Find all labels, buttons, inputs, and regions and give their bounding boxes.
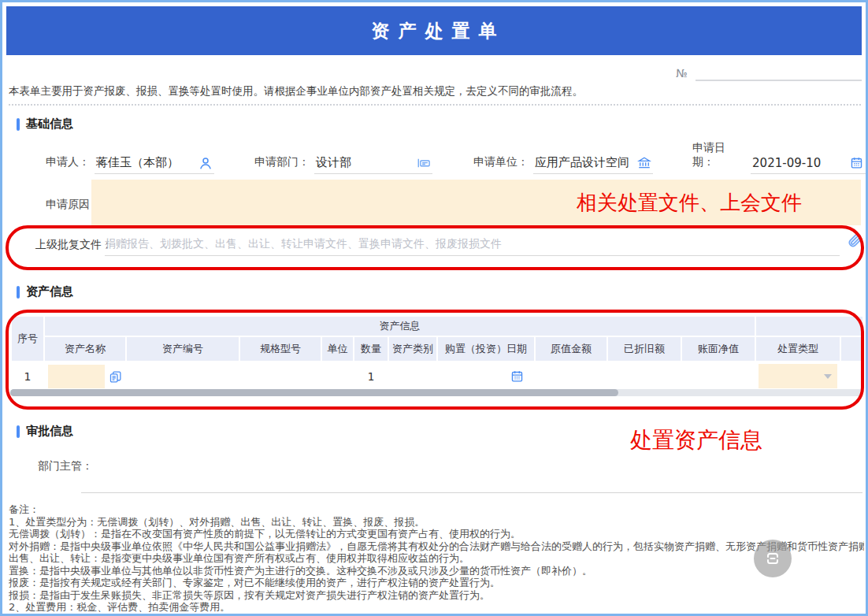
calendar-icon[interactable] [850, 156, 864, 170]
cell-asset-code [127, 362, 239, 388]
field-apply-date: 申请日期： 2021-09-10 [692, 150, 866, 174]
group-header-asset-info: 资产信息 [45, 317, 755, 336]
col-depreciated: 已折旧额 [608, 337, 681, 361]
note-line: 3、出售实物资产和无形资产的收入、置换差价收入、报废报损残值变价收入、保险理赔收… [9, 614, 864, 616]
form-number-row: № [676, 65, 862, 81]
asset-code-input[interactable] [134, 364, 232, 388]
organization-bank-icon[interactable] [637, 156, 651, 170]
calendar-icon[interactable] [510, 369, 524, 383]
note-line: 备注： [9, 503, 864, 516]
field-applicant: 申请人： 蒋佳玉（本部） [46, 150, 214, 174]
cell-purchase-date [438, 362, 534, 388]
cell-unit [322, 362, 353, 388]
cell-asset-category [389, 362, 436, 388]
form-number-label: № [676, 67, 688, 81]
field-department: 申请部门： 设计部 [254, 150, 432, 174]
table-row: 1 1 [12, 362, 862, 388]
cell-disposal-method [841, 362, 862, 388]
asset-category-input[interactable] [394, 364, 432, 388]
unit-label: 申请单位： [473, 155, 529, 174]
annotation-asset-note: 处置资产信息 [630, 425, 762, 455]
section-basic-info: 基础信息 [17, 117, 73, 132]
net-value-input[interactable] [689, 364, 747, 388]
apply-date-label: 申请日期： [692, 141, 746, 174]
section-basic-title: 基础信息 [26, 117, 73, 132]
note-line: 2、处置费用：税金、评估费、拍卖佣金等费用。 [9, 601, 864, 614]
department-picker-icon[interactable] [417, 156, 431, 170]
supervisor-label: 部门主管： [38, 459, 93, 473]
apply-date-input[interactable]: 2021-09-10 [751, 156, 866, 174]
note-line: 报损：是指由于发生呆账损失、非正常损失等原因，按有关规定对资产损失进行产权注销的… [9, 589, 864, 602]
section-bar-icon [17, 425, 20, 438]
cell-depreciated [608, 362, 681, 388]
form-number-input[interactable] [696, 65, 862, 81]
department-input[interactable]: 设计部 [314, 155, 432, 174]
copy-select-icon[interactable] [109, 370, 122, 384]
col-asset-name: 资产名称 [45, 337, 125, 361]
cell-disposal-type [756, 362, 840, 388]
cell-seq: 1 [12, 362, 43, 388]
unit-value: 应用产品设计空间 [535, 155, 629, 170]
applicant-input[interactable]: 蒋佳玉（本部） [95, 155, 214, 174]
col-seq: 序号 [12, 317, 43, 361]
asset-disposal-form: 资产处置单 № 本表单主要用于资产报废、报损、置换等处置时使用。请根据企事业单位… [0, 0, 868, 616]
col-net-value: 账面净值 [682, 337, 755, 361]
unit-input-cell[interactable] [326, 364, 349, 388]
scrollbar-thumb[interactable] [10, 389, 618, 396]
col-original-value: 原值金额 [536, 337, 606, 361]
disposal-method-input[interactable] [848, 364, 862, 388]
section-asset-title: 资产信息 [26, 284, 73, 299]
department-label: 申请部门： [254, 155, 310, 174]
scan-frame-icon [763, 549, 782, 568]
cell-quantity: 1 [354, 362, 388, 388]
applicant-value: 蒋佳玉（本部） [96, 155, 179, 170]
col-asset-code: 资产编号 [127, 337, 239, 361]
paperclip-attach-icon[interactable] [847, 232, 863, 248]
col-disposal-type: 处置类型 [756, 337, 840, 361]
depreciated-input[interactable] [615, 364, 673, 388]
scan-capture-button[interactable] [754, 540, 792, 577]
field-unit: 申请单位： 应用产品设计空间 [473, 150, 653, 174]
cell-spec-model [240, 362, 321, 388]
department-value: 设计部 [316, 155, 351, 170]
section-bar-icon [17, 286, 20, 299]
chevron-down-icon [824, 374, 832, 379]
col-quantity: 数量 [354, 337, 388, 361]
person-picker-icon[interactable] [198, 156, 213, 170]
disposal-type-select[interactable] [759, 364, 837, 388]
col-purchase-date: 购置（投资）日期 [438, 337, 534, 361]
col-asset-category: 资产类别 [389, 337, 436, 361]
col-disposal-method: 处置方式 [841, 337, 862, 361]
original-value-input[interactable] [543, 364, 599, 388]
group-header-disposal [756, 317, 862, 336]
apply-date-value: 2021-09-10 [752, 156, 821, 170]
cell-asset-name [45, 362, 125, 388]
section-asset-info: 资产信息 [17, 284, 73, 299]
supervisor-signature-line[interactable] [81, 492, 862, 493]
note-line: 1、处置类型分为：无偿调拨（划转）、对外捐赠、出售、出让、转让、置换、报废、报损… [9, 516, 864, 529]
spec-model-input[interactable] [247, 364, 313, 388]
section-approval-title: 审批信息 [26, 424, 73, 439]
unit-input[interactable]: 应用产品设计空间 [533, 155, 653, 174]
approval-doc-label: 上级批复文件： [35, 238, 113, 252]
form-description: 本表单主要用于资产报废、报损、置换等处置时使用。请根据企事业单位内部资产处置相关… [9, 84, 861, 106]
asset-name-input[interactable] [48, 365, 105, 388]
section-approval-info: 审批信息 [17, 424, 73, 439]
purchase-date-input[interactable] [445, 364, 527, 388]
note-line: 置换：是指中央级事业单位与其他单位以非货币性资产为主进行的交换。这种交换不涉及或… [9, 565, 864, 577]
col-unit: 单位 [322, 337, 353, 361]
horizontal-scrollbar[interactable] [10, 389, 862, 396]
annotation-docs-note: 相关处置文件、上会文件 [577, 189, 802, 217]
approval-doc-input[interactable]: 捐赠报告、划拨批文、出售、出让、转让申请文件、置换申请文件、报废报损文件 [105, 237, 829, 251]
cell-net-value [682, 362, 755, 388]
asset-table: 序号 资产信息 资产名称 资产编号 规格型号 单位 数量 资产类别 购置（投资）… [10, 315, 862, 388]
applicant-label: 申请人： [46, 155, 90, 174]
section-bar-icon [17, 118, 20, 131]
approval-doc-underline [105, 255, 840, 256]
notes-block: 备注： 1、处置类型分为：无偿调拨（划转）、对外捐赠、出售、出让、转让、置换、报… [9, 503, 864, 616]
note-line: 出售、出让、转让：是指变更中央级事业单位国有资产所有权或占有、使用权并取得相应收… [9, 552, 864, 565]
col-spec-model: 规格型号 [240, 337, 321, 361]
page-title: 资产处置单 [6, 6, 862, 55]
quantity-input[interactable]: 1 [358, 364, 384, 388]
note-line: 无偿调拨（划转）：是指在不改变国有资产性质的前提下，以无偿转让的方式变更国有资产… [9, 528, 864, 540]
